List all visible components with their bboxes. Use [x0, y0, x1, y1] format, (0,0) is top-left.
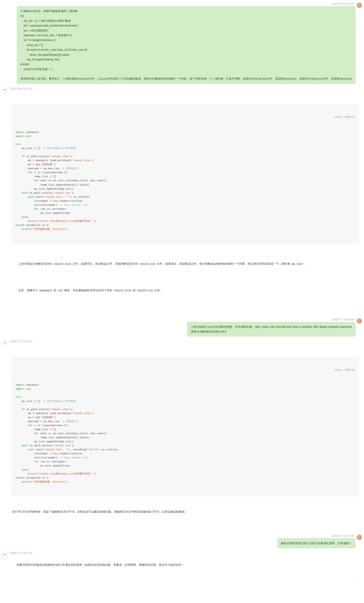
code-body[interactable]: import openpyxl import csv try: my_list … [12, 382, 359, 486]
inline-code: result.xlsx [113, 289, 132, 292]
timestamp: 2023/7/17 10:17:09 [330, 534, 355, 537]
assistant-bubble: 很高兴听到代码修改后能够成功执行并满足您的需求！如果您还有其他问题，需要进一步的… [9, 555, 362, 580]
explain-para: 在打开CSV文件的时候，指定了编码格式为UTF-8。这样应该可以解决报错问题。请… [12, 509, 359, 514]
copy-code-button[interactable]: 复制代码 [345, 115, 355, 119]
explain-para: 很高兴听到代码修改后能够成功执行并满足您的需求！如果您还有其他问题，需要进一步的… [17, 563, 184, 567]
inline-code: my_list [291, 262, 303, 266]
more-icon[interactable]: ⋮ [357, 576, 361, 578]
message-row: 2023/7/17 10:17:09 修改后的程序成功执行且执行结果满足需求，非… [1, 534, 363, 548]
assistant-bubble: python 复制代码 import openpyxl import csv t… [9, 344, 362, 531]
user-bubble[interactable]: # 读取excel文件，将表中数据存储到二维列表 try: my_list = … [17, 6, 355, 84]
code-block: python 复制代码 import openpyxl import csv t… [12, 357, 359, 496]
inline-code: result.csv [136, 289, 154, 292]
assistant-bubble: python 复制代码 import openpyxl import csv t… [9, 91, 362, 315]
message-row: 2023/7/17 10:05:58 上述代码执行csv文件读取时报错：文件读取… [1, 318, 363, 337]
timestamp: 2023/7/16 21:50:44 [330, 2, 355, 5]
user-bubble[interactable]: 修改后的程序成功执行且执行结果满足需求，非常感谢！ [277, 538, 355, 548]
inline-code: result.xlsx [53, 262, 72, 266]
explain-para-1: 上述代码会先判断是否存在 result.xlsx 文件，如果存在，则读取该文件，… [12, 257, 359, 271]
user-bubble[interactable]: 上述代码执行csv文件读取时报错：文件读取失败：'gbk' codec can'… [187, 322, 355, 337]
more-icon[interactable]: ⋮ [357, 311, 361, 313]
assistant-avatar [2, 340, 8, 346]
code-block: python 复制代码 import openpyxl import csv t… [12, 104, 359, 244]
code-lang-label: python [335, 115, 342, 119]
user-avatar [356, 2, 362, 8]
inline-code: result.csv [139, 262, 156, 266]
explain-para-2: 注意，需要导入 openpyxl 和 csv 模块，并且要确保程序所在目录下存在… [12, 283, 359, 298]
timestamp: 2023/7/16 21:51:26 [9, 87, 34, 90]
code-lang-label: python [335, 368, 342, 372]
assistant-avatar [2, 552, 8, 557]
message-row: 2023/7/17 10:17:20 很高兴听到代码修改后能够成功执行并满足您的… [1, 552, 363, 580]
inline-code: openpyxl [39, 289, 53, 292]
inline-code: csv [57, 289, 64, 292]
message-row: 2023/7/17 10:13:16 python 复制代码 import op… [1, 340, 363, 531]
message-row: 2023/7/16 21:51:26 python 复制代码 import op… [1, 87, 363, 315]
user-avatar [356, 534, 362, 540]
code-body[interactable]: import openpyxl import csv try: my_list … [12, 129, 359, 234]
assistant-avatar [2, 87, 8, 93]
copy-code-button[interactable]: 复制代码 [345, 368, 355, 372]
user-avatar [356, 318, 362, 324]
more-icon[interactable]: ⋮ [357, 527, 361, 530]
timestamp: 2023/7/17 10:13:16 [9, 340, 34, 343]
timestamp: 2023/7/17 10:05:58 [330, 318, 355, 321]
timestamp: 2023/7/17 10:17:20 [9, 552, 34, 554]
message-row: 2023/7/16 21:50:44 # 读取excel文件，将表中数据存储到二… [1, 2, 363, 84]
